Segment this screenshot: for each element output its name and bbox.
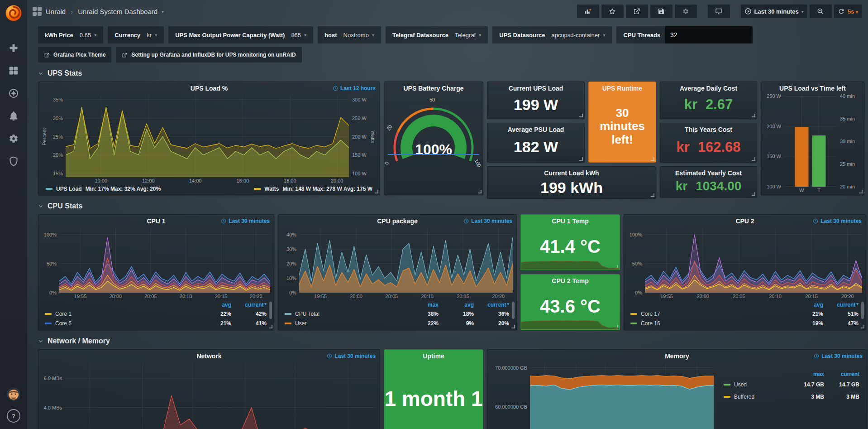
gauge-tick-label: 50	[429, 97, 435, 102]
help-icon[interactable]: ?	[7, 409, 20, 423]
series-label[interactable]: Core 17	[630, 311, 788, 317]
add-panel-button[interactable]	[577, 5, 599, 18]
series-label[interactable]: Used	[724, 381, 789, 388]
legend-scrollbar[interactable]	[269, 302, 272, 319]
legend-row[interactable]: Core 16 19% 47%	[630, 318, 858, 328]
variable-value[interactable]: kr▾	[147, 32, 157, 39]
memory-chart[interactable]: 70.000000 GB60.000000 GB50.000000 GB	[487, 362, 717, 429]
sidebar: ?	[0, 0, 27, 429]
panel-time-range[interactable]: Last 30 minutes	[813, 218, 862, 224]
share-button[interactable]	[626, 5, 648, 18]
panel-title[interactable]: UPS Runtime	[589, 82, 656, 94]
alerting-bell-icon[interactable]	[8, 111, 19, 121]
legend-row[interactable]: User 22% 9% 20%	[285, 318, 509, 328]
variable-dropdown[interactable]: Currency kr▾	[108, 26, 164, 43]
legend-row[interactable]: Core 1 22% 42%	[45, 309, 267, 318]
series-label[interactable]: Core 5	[45, 320, 196, 327]
refresh-interval-label[interactable]: 5s ▾	[848, 8, 858, 15]
panel-title[interactable]: Uptime	[384, 350, 483, 362]
panel-title[interactable]: Current UPS Load	[487, 82, 584, 94]
legend-scrollbar[interactable]	[512, 302, 515, 319]
panel-title[interactable]: Estimated Yearly Cost	[660, 167, 757, 179]
plot-area[interactable]	[59, 229, 270, 293]
legend-row[interactable]: Buffered 3 MB 3 MB	[724, 390, 859, 403]
plot-area[interactable]	[530, 364, 714, 429]
dashboard-settings-button[interactable]	[675, 5, 697, 18]
cpu-threads-input[interactable]	[665, 26, 753, 43]
battery-gauge[interactable]: 100% 02050100	[384, 94, 483, 195]
plot-area[interactable]	[65, 364, 376, 429]
dashboard-title[interactable]: Unraid System Dashboard	[78, 8, 157, 15]
dashboard-link[interactable]: Grafana Plex Theme	[38, 47, 111, 63]
panel-title[interactable]: UPS Load %	[38, 82, 380, 94]
variable-dropdown[interactable]: host Nostromo▾	[318, 26, 381, 43]
variable-value[interactable]: 865▾	[291, 32, 306, 39]
shield-icon[interactable]	[8, 156, 19, 167]
cpu1-chart[interactable]: 100%50%0%19:5520:0020:0520:1020:1520:20	[38, 227, 274, 301]
series-label[interactable]: User	[285, 320, 403, 327]
plot-area[interactable]	[645, 229, 862, 293]
legend-item[interactable]: UPS Load Min: 17% Max: 32% Avg: 20%	[46, 186, 161, 192]
panel-title[interactable]: Average PSU Load	[487, 123, 584, 135]
variable-value[interactable]: Nostromo▾	[343, 32, 374, 39]
grafana-logo[interactable]	[4, 3, 24, 23]
refresh-button[interactable]: 5s ▾	[834, 5, 862, 18]
panel-time-range[interactable]: Last 12 hours	[333, 85, 376, 92]
legend-row[interactable]: Core 5 21% 41%	[45, 318, 267, 328]
network-chart[interactable]: 6.0 MBs4.0 MBs2.0 MBs	[38, 362, 380, 429]
dashboards-icon[interactable]	[8, 65, 19, 76]
legend-row[interactable]: CPU Total 38% 18% 36%	[285, 309, 509, 318]
legend-row[interactable]: Used 14.7 GB 14.7 GB	[724, 378, 859, 390]
legend-row[interactable]: Core 17 21% 51%	[630, 309, 858, 318]
section-header-cpu-stats[interactable]: CPU Stats	[27, 195, 868, 214]
panel-title[interactable]: UPS Battery Charge	[384, 82, 483, 94]
axis-tick-label: 150 W	[352, 152, 367, 158]
plot-area[interactable]	[66, 96, 349, 177]
dashboard-link[interactable]: Setting up Grafana and InfluxDB for UPS …	[116, 47, 301, 63]
star-button[interactable]	[601, 5, 624, 18]
panel-time-range[interactable]: Last 30 minutes	[814, 353, 863, 359]
legend-item[interactable]: Watts Min: 148 W Max: 278 W Avg: 175 W	[254, 186, 372, 192]
series-label[interactable]: CPU Total	[285, 311, 403, 317]
series-label[interactable]: Buffered	[724, 394, 789, 400]
cpu2-chart[interactable]: 100%50%0%19:5520:0020:0520:1020:1520:20	[624, 227, 866, 301]
plot-area[interactable]	[299, 229, 513, 293]
variable-dropdown[interactable]: Telegraf Datasource Telegraf▾	[386, 26, 488, 43]
variable-value[interactable]: apcupsd-container▾	[551, 32, 605, 39]
configuration-gear-icon[interactable]	[8, 133, 19, 144]
series-label[interactable]: Core 1	[45, 311, 196, 317]
panel-time-range[interactable]: Last 30 minutes	[221, 218, 270, 224]
section-header-network-memory[interactable]: Network / Memory	[27, 330, 868, 349]
panel-time-range[interactable]: Last 30 minutes	[327, 353, 376, 359]
ups-load-time-bar-chart[interactable]: 250 W200 W150 W100 W40 min35 min30 min25…	[761, 94, 864, 195]
panel-time-range[interactable]: Last 30 minutes	[463, 218, 512, 224]
panel-title[interactable]: Current Load kWh	[487, 167, 656, 179]
variable-dropdown[interactable]: UPS Max Output Power Capacity (Watt) 865…	[168, 26, 313, 43]
variable-dropdown[interactable]: kWh Price 0.65▾	[38, 26, 103, 43]
series-label[interactable]: Core 16	[630, 320, 788, 327]
save-button[interactable]	[650, 5, 672, 18]
ups-load-chart[interactable]: Percent35%30%25%20%15%300 W250 W200 W150…	[38, 94, 380, 185]
legend-scrollbar[interactable]	[861, 302, 864, 319]
variable-dropdown[interactable]: UPS Datasource apcupsd-container▾	[492, 26, 612, 43]
cpu-package-chart[interactable]: 40%30%20%10%0%19:5520:0020:0520:1020:152…	[278, 227, 516, 301]
panel-title[interactable]: UPS Load vs Time left	[761, 82, 864, 94]
panel-title[interactable]: CPU 1 Temp	[521, 215, 620, 227]
panel-title[interactable]: Average Daily Cost	[660, 82, 757, 94]
time-range-picker[interactable]: Last 30 minutes ▾	[741, 5, 807, 18]
panel-title[interactable]: This Years Cost	[660, 123, 757, 135]
user-avatar[interactable]	[7, 387, 20, 401]
variable-value[interactable]: 0.65▾	[80, 32, 96, 39]
plot-area[interactable]	[784, 96, 837, 187]
variable-value[interactable]: Telegraf▾	[455, 32, 481, 39]
explore-compass-icon[interactable]	[8, 88, 19, 99]
panel-title[interactable]: Memory	[487, 350, 867, 362]
breadcrumb[interactable]: Unraid › Unraid System Dashboard ▾	[33, 7, 164, 16]
panel-title[interactable]: CPU 2 Temp	[521, 275, 620, 287]
section-header-ups-stats[interactable]: UPS Stats	[27, 63, 868, 82]
axis-tick-label: 40%	[286, 232, 296, 237]
plus-icon[interactable]	[8, 43, 19, 53]
zoom-out-button[interactable]	[810, 5, 832, 18]
tv-mode-button[interactable]	[708, 5, 730, 18]
breadcrumb-app[interactable]: Unraid	[46, 8, 66, 15]
